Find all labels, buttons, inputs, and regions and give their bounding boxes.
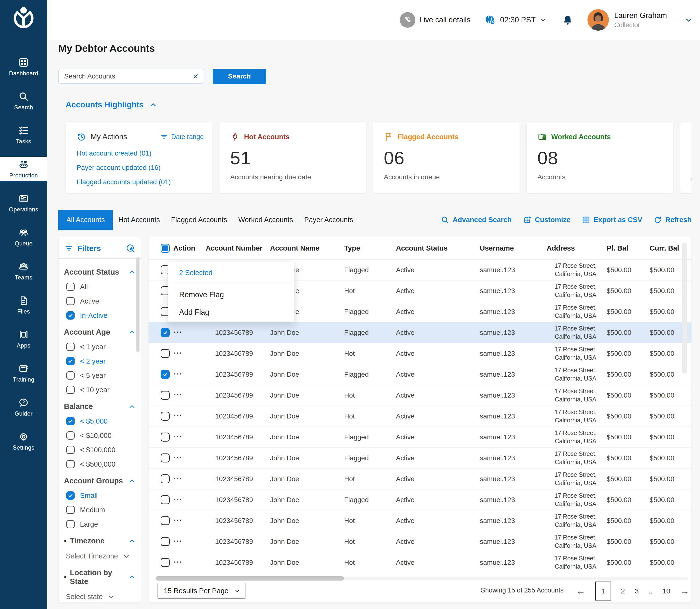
table-vertical-scrollbar[interactable] bbox=[682, 243, 687, 374]
filter-option-small[interactable]: Small bbox=[66, 491, 136, 500]
row-select[interactable] bbox=[156, 349, 173, 358]
refresh-link[interactable]: Refresh bbox=[653, 215, 692, 224]
avatar[interactable] bbox=[588, 9, 609, 31]
column-header-username[interactable]: Username bbox=[480, 244, 547, 252]
column-header-type[interactable]: Type bbox=[344, 244, 396, 252]
sidebar-item-teams[interactable]: Teams bbox=[0, 259, 47, 283]
page-10[interactable]: 10 bbox=[662, 587, 670, 595]
sidebar-item-queue[interactable]: Queue bbox=[0, 225, 47, 249]
checkbox[interactable] bbox=[66, 520, 75, 528]
user-menu-chevron-icon[interactable] bbox=[684, 16, 693, 24]
chevron-up-icon[interactable] bbox=[128, 573, 136, 581]
filter-option-10-000[interactable]: < $10,000 bbox=[66, 431, 136, 440]
row-actions[interactable]: ⋯ bbox=[173, 538, 205, 545]
prev-page-icon[interactable]: ← bbox=[576, 586, 585, 596]
checkbox[interactable] bbox=[66, 283, 75, 291]
chevron-up-icon[interactable] bbox=[128, 403, 136, 411]
row-checkbox[interactable] bbox=[161, 349, 170, 358]
table-row[interactable]: ⋯1023456789John DoeHotActivesamuel.12317… bbox=[148, 385, 691, 406]
table-row[interactable]: ⋯1023456789John DoeFlaggedActivesamuel.1… bbox=[148, 364, 691, 385]
checkbox[interactable] bbox=[66, 417, 75, 425]
select-state-select[interactable]: Select state bbox=[66, 593, 136, 601]
row-actions[interactable]: ⋯ bbox=[173, 392, 205, 399]
page-1[interactable]: 1 bbox=[595, 581, 611, 601]
checkbox[interactable] bbox=[66, 371, 75, 380]
sidebar-item-dashboard[interactable]: Dashboard bbox=[0, 55, 47, 79]
checkbox[interactable] bbox=[66, 343, 75, 351]
chevron-up-icon[interactable] bbox=[128, 477, 136, 485]
row-select[interactable] bbox=[156, 474, 173, 483]
row-actions[interactable]: ⋯ bbox=[173, 329, 205, 336]
table-row[interactable]: ⋯1023456789John DoeHotActivesamuel.12317… bbox=[148, 469, 691, 489]
sidebar-item-operations[interactable]: Operations bbox=[0, 191, 47, 215]
app-logo-icon[interactable] bbox=[0, 4, 47, 30]
row-checkbox[interactable] bbox=[161, 516, 170, 525]
row-select[interactable] bbox=[156, 370, 173, 379]
page-2[interactable]: 2 bbox=[621, 587, 625, 595]
more-actions-icon[interactable]: ⋯ bbox=[173, 411, 182, 420]
filter-option-all[interactable]: All bbox=[66, 283, 136, 291]
row-select[interactable] bbox=[156, 433, 173, 441]
table-row[interactable]: ⋯1023456789John DoeFlaggedActivesamuel.1… bbox=[148, 322, 691, 343]
checkbox[interactable] bbox=[66, 460, 75, 468]
table-row[interactable]: ⋯1023456789John DoeHotActivesamuel.12317… bbox=[148, 510, 691, 531]
filter-group-location-by-state[interactable]: •Location by State bbox=[64, 569, 136, 586]
row-select[interactable] bbox=[156, 328, 173, 337]
sidebar-item-tasks[interactable]: Tasks bbox=[0, 123, 47, 147]
filter-group-account-status[interactable]: Account Status bbox=[64, 268, 136, 277]
filter-option-5-000[interactable]: < $5,000 bbox=[66, 417, 136, 425]
chevron-up-icon[interactable] bbox=[149, 101, 157, 109]
table-row[interactable]: ⋯1023456789John DoeHotActivesamuel.12317… bbox=[148, 343, 691, 364]
search-button[interactable]: Search bbox=[213, 69, 266, 84]
column-header-account-name[interactable]: Account Name bbox=[270, 244, 344, 252]
results-per-page-select[interactable]: 15 Results Per Page bbox=[158, 583, 245, 599]
checkbox[interactable] bbox=[66, 491, 75, 500]
row-actions[interactable]: ⋯ bbox=[173, 496, 205, 504]
row-select[interactable] bbox=[156, 495, 173, 504]
filter-option-large[interactable]: Large bbox=[66, 520, 136, 528]
notifications-bell-icon[interactable] bbox=[562, 14, 573, 26]
my-action-link[interactable]: Payer account updated (16) bbox=[76, 164, 204, 172]
sidebar-item-search[interactable]: Search bbox=[0, 89, 47, 113]
row-actions[interactable]: ⋯ bbox=[173, 475, 205, 483]
checkbox[interactable] bbox=[66, 357, 75, 365]
timezone-selector[interactable]: 02:30 PST bbox=[485, 14, 547, 26]
row-select[interactable] bbox=[156, 391, 173, 400]
checkbox-indeterminate[interactable] bbox=[161, 244, 170, 253]
sidebar-item-apps[interactable]: Apps bbox=[0, 327, 47, 351]
tab-flagged-accounts[interactable]: Flagged Accounts bbox=[165, 210, 233, 230]
tab-worked-accounts[interactable]: Worked Accounts bbox=[233, 210, 298, 230]
more-actions-icon[interactable]: ⋯ bbox=[173, 473, 182, 483]
row-checkbox[interactable] bbox=[161, 412, 170, 421]
row-select[interactable] bbox=[156, 412, 173, 421]
row-checkbox[interactable] bbox=[161, 370, 170, 379]
checkbox[interactable] bbox=[66, 506, 75, 514]
filter-option-5-year[interactable]: < 5 year bbox=[66, 371, 136, 380]
sidebar-item-guider[interactable]: ?Guider bbox=[0, 395, 47, 419]
filter-option-100-000[interactable]: < $100,000 bbox=[66, 446, 136, 454]
row-select[interactable] bbox=[156, 453, 173, 463]
column-header-action[interactable]: Action bbox=[173, 244, 205, 252]
select-timezone-select[interactable]: Select Timezone bbox=[66, 552, 136, 560]
filter-group-timezone[interactable]: •Timezone bbox=[64, 537, 136, 545]
more-actions-icon[interactable]: ⋯ bbox=[173, 327, 182, 337]
more-actions-icon[interactable]: ⋯ bbox=[173, 557, 182, 567]
more-actions-icon[interactable]: ⋯ bbox=[173, 369, 182, 379]
tab-all-accounts[interactable]: All Accounts bbox=[58, 210, 113, 230]
filter-group-account-age[interactable]: Account Age bbox=[64, 328, 136, 336]
table-row[interactable]: ⋯1023456789John DoeHotActivesamuel.12317… bbox=[148, 531, 691, 552]
table-row[interactable]: ⋯1023456789John DoeHotActivesamuel.12317… bbox=[148, 552, 691, 573]
filter-option-2-year[interactable]: < 2 year bbox=[66, 357, 136, 365]
more-actions-icon[interactable]: ⋯ bbox=[173, 515, 182, 525]
filter-option-active[interactable]: Active bbox=[66, 297, 136, 305]
next-page-icon[interactable]: → bbox=[680, 586, 689, 596]
column-header-pl-bal[interactable]: Pl. Bal bbox=[607, 244, 650, 252]
checkbox[interactable] bbox=[66, 311, 75, 319]
filter-option-1-year[interactable]: < 1 year bbox=[66, 343, 136, 351]
advanced-search-link[interactable]: Advanced Search bbox=[441, 215, 512, 224]
sidebar-item-settings[interactable]: Settings bbox=[0, 429, 47, 453]
chevron-up-icon[interactable] bbox=[128, 268, 136, 276]
filter-option-500-000[interactable]: < $500,000 bbox=[66, 460, 136, 468]
clear-filters-icon[interactable] bbox=[126, 244, 135, 253]
more-actions-icon[interactable]: ⋯ bbox=[173, 348, 182, 358]
